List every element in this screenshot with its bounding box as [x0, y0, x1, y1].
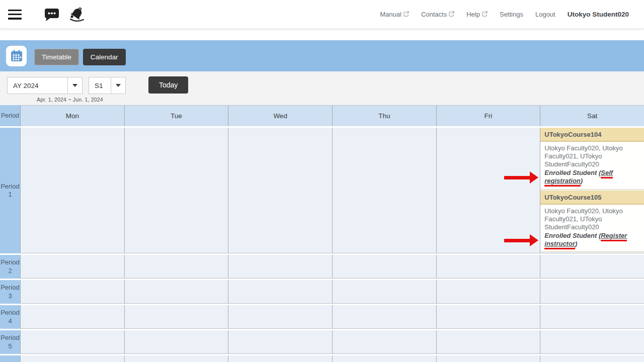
- nav-settings[interactable]: Settings: [500, 11, 523, 18]
- period-2-label: Period2: [0, 255, 20, 279]
- period-5-label: Period5: [0, 330, 20, 354]
- nav-contacts-label: Contacts: [421, 11, 447, 18]
- cell-tue-p2[interactable]: [124, 255, 228, 279]
- cell-tue-p3[interactable]: [124, 280, 228, 304]
- chat-icon[interactable]: [43, 6, 61, 24]
- cell-thu-p3[interactable]: [332, 280, 436, 304]
- cell-wed-p1[interactable]: [228, 128, 332, 253]
- enrollment-suffix: ): [575, 240, 577, 247]
- chevron-down-icon: [67, 77, 82, 94]
- day-header-tue: Tue: [124, 105, 228, 126]
- cell-sat-p5[interactable]: [540, 330, 644, 354]
- period-1-label: Period1: [0, 128, 20, 253]
- academic-year-value: AY 2024: [8, 77, 67, 94]
- day-header-sat: Sat: [540, 105, 644, 126]
- period-1-row: Period1 UTokyoCourse104 Utokyo Faculty02…: [0, 128, 644, 253]
- app-header: Manual Contacts Help Settings: [0, 0, 644, 29]
- period-4-row: Period4: [0, 305, 644, 329]
- cell-fri-p1[interactable]: [436, 128, 540, 253]
- cell-thu-p4[interactable]: [332, 305, 436, 329]
- period-4-label: Period4: [0, 305, 20, 329]
- external-link-icon: [449, 11, 454, 17]
- term-value: S1: [89, 77, 111, 94]
- timetable-tab-button[interactable]: Timetable: [34, 49, 79, 65]
- nav-logout-label: Logout: [535, 11, 555, 18]
- cell-wed-p4[interactable]: [228, 305, 332, 329]
- cell-mon-p1[interactable]: [20, 128, 124, 253]
- term-select[interactable]: S1: [89, 77, 126, 94]
- cell-mon-p5[interactable]: [20, 330, 124, 354]
- course-card-body: Utokyo Faculty020, Utokyo Faculty021, UT…: [540, 142, 644, 189]
- day-header-mon: Mon: [20, 105, 124, 126]
- cell-tue-p1[interactable]: [124, 128, 228, 253]
- enrollment-prefix: Enrolled Student (: [544, 169, 601, 176]
- enrollment-suffix: ): [581, 177, 583, 185]
- cell-wed-p5[interactable]: [228, 330, 332, 354]
- cell-sat-p3[interactable]: [540, 280, 644, 304]
- cell-thu-p6[interactable]: [332, 355, 436, 362]
- cell-mon-p4[interactable]: [20, 305, 124, 329]
- academic-year-select[interactable]: AY 2024: [7, 77, 83, 94]
- bell-glyph: [68, 6, 86, 24]
- cell-fri-p3[interactable]: [436, 280, 540, 304]
- cell-thu-p5[interactable]: [332, 330, 436, 354]
- external-link-icon: [404, 11, 409, 17]
- cell-fri-p6[interactable]: [436, 355, 540, 362]
- cell-mon-p6[interactable]: [20, 355, 124, 362]
- course-title[interactable]: UTokyoCourse105: [540, 191, 644, 205]
- nav-settings-label: Settings: [500, 11, 523, 18]
- cell-fri-p5[interactable]: [436, 330, 540, 354]
- period-2-row: Period2: [0, 255, 644, 279]
- hamburger-menu-icon[interactable]: [8, 10, 22, 20]
- cell-wed-p2[interactable]: [228, 255, 332, 279]
- period-5-row: Period5: [0, 330, 644, 354]
- calendar-tab-button[interactable]: Calendar: [83, 49, 126, 65]
- cell-thu-p1[interactable]: [332, 128, 436, 253]
- cell-sat-p1: UTokyoCourse104 Utokyo Faculty020, Utoky…: [540, 128, 644, 253]
- course-card-body: Utokyo Faculty020, Utokyo Faculty021, UT…: [540, 205, 644, 252]
- logged-in-username: Utokyo Student020: [568, 11, 629, 18]
- today-button[interactable]: Today: [148, 76, 188, 94]
- filter-bar: AY 2024 S1 Today Apr. 1, 2024 ~ Jun. 1, …: [0, 71, 644, 105]
- cell-sat-p4[interactable]: [540, 305, 644, 329]
- date-range-label: Apr. 1, 2024 ~ Jun. 1, 2024: [7, 97, 133, 103]
- period-6-label: [0, 355, 20, 362]
- period-6-row-partial: [0, 355, 644, 362]
- course-card: UTokyoCourse104 Utokyo Faculty020, Utoky…: [540, 128, 644, 190]
- nav-help-label: Help: [466, 11, 480, 18]
- notification-bell-icon[interactable]: [68, 6, 86, 24]
- cell-sat-p2[interactable]: [540, 255, 644, 279]
- calendar-icon: [10, 49, 23, 62]
- course-title[interactable]: UTokyoCourse104: [540, 128, 644, 142]
- cell-fri-p4[interactable]: [436, 305, 540, 329]
- cell-sat-p6[interactable]: [540, 355, 644, 362]
- cell-mon-p3[interactable]: [20, 280, 124, 304]
- timetable-grid: Period Mon Tue Wed Thu Fri Sat Period1 U…: [0, 104, 644, 362]
- cell-mon-p2[interactable]: [20, 255, 124, 279]
- course-card: UTokyoCourse105 Utokyo Faculty020, Utoky…: [540, 191, 644, 252]
- course-instructors: Utokyo Faculty020, Utokyo Faculty021, UT…: [544, 144, 622, 168]
- calendar-badge: [6, 46, 27, 66]
- cell-thu-p2[interactable]: [332, 255, 436, 279]
- enrollment-status: Enrolled Student (Register instructor): [544, 232, 640, 248]
- chat-bubble-glyph: [43, 7, 60, 23]
- view-switch-bar: Timetable Calendar: [0, 40, 644, 71]
- cell-tue-p5[interactable]: [124, 330, 228, 354]
- nav-logout[interactable]: Logout: [535, 11, 555, 18]
- day-header-fri: Fri: [436, 105, 540, 126]
- period-column-header: Period: [0, 105, 20, 126]
- top-navigation: Manual Contacts Help Settings: [380, 11, 644, 18]
- chevron-down-icon: [111, 77, 125, 94]
- cell-tue-p4[interactable]: [124, 305, 228, 329]
- nav-help[interactable]: Help: [466, 11, 488, 18]
- cell-wed-p6[interactable]: [228, 355, 332, 362]
- enrollment-status: Enrolled Student (Self registration): [544, 169, 640, 185]
- cell-tue-p6[interactable]: [124, 355, 228, 362]
- nav-manual[interactable]: Manual: [380, 11, 409, 18]
- cell-fri-p2[interactable]: [436, 255, 540, 279]
- cell-wed-p3[interactable]: [228, 280, 332, 304]
- day-header-wed: Wed: [228, 105, 332, 126]
- timetable-header-row: Period Mon Tue Wed Thu Fri Sat: [0, 105, 644, 126]
- enrollment-prefix: Enrolled Student (: [544, 232, 601, 239]
- nav-contacts[interactable]: Contacts: [421, 11, 454, 18]
